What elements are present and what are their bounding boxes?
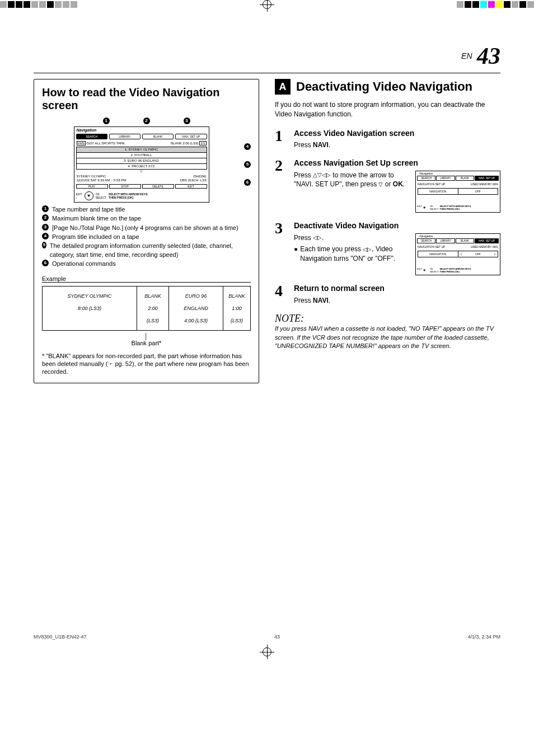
cmd-play: PLAY <box>76 184 108 189</box>
tape-c2b: 2:00 <box>139 302 166 314</box>
detail-dur: (5H22M) <box>180 175 207 179</box>
left-column: How to read the Video Navigation screen … <box>34 79 259 383</box>
detail-date: 12/21/02 SAT 6:30 AM – 5:53 PM <box>77 179 127 182</box>
job-footer: MV8300_U1B-EN42-47 43 4/1/3, 2:34 PM <box>0 630 534 644</box>
legend-4: Program title included on a tape <box>52 233 139 241</box>
small-bar-left: NAVIGATION SET UP <box>418 182 445 186</box>
section-heading-row: A Deactivating Video Navigation <box>275 79 500 95</box>
step-1: 1 Access Video Navigation screen Press N… <box>275 128 500 150</box>
section-heading: Deactivating Video Navigation <box>296 79 472 94</box>
step-1-body-c: . <box>329 141 330 149</box>
list-item: 1: SYDNEY OLYMPIC <box>77 147 207 153</box>
legend-6: Operational commands <box>52 260 116 268</box>
intro-text: If you do not want to store program info… <box>275 100 500 119</box>
example-label: Example <box>42 275 251 283</box>
pager: 1/1 <box>199 141 206 145</box>
step-3-bullet: Each time you press ◁▷, Video Navigation… <box>300 245 411 264</box>
callout-3: 3 <box>184 118 190 124</box>
page-en-label: EN <box>461 51 472 60</box>
step-3-title: Deactivate Video Navigation <box>294 220 500 232</box>
callout-6: 6 <box>244 179 251 186</box>
footer-select: SELECT <box>96 196 106 199</box>
nav-footer: EXIT ↓ ◉ OK SELECT SELECT WITH ARROW KEY… <box>74 190 209 202</box>
tape-c3b: ENGLAND <box>171 302 221 314</box>
small-nav-screen-3: ☞Navigation SEARCH LIBRARY BLANK NAVI. S… <box>415 233 500 275</box>
tape-title: ALL SPORTS TAPE <box>95 142 124 145</box>
step-4-title: Return to normal screen <box>294 283 500 294</box>
step-1-title: Access Video Navigation screen <box>294 128 500 139</box>
detail-title: SYDNEY OLYMPIC <box>77 175 127 179</box>
job-filename: MV8300_U1B-EN42-47 <box>34 634 87 640</box>
list-item: 2: FOOTBALL <box>77 153 207 158</box>
bottom-registration <box>0 644 534 662</box>
legend-5: The detailed program information current… <box>50 242 251 259</box>
callout-5: 5 <box>244 161 251 168</box>
step-1-body-a: Press <box>294 141 313 149</box>
tape-c4a: BLANK <box>226 290 248 302</box>
page-number: 43 <box>477 43 500 69</box>
left-swatches <box>0 1 77 8</box>
tape-id: 0107 <box>87 142 94 145</box>
cmd-stop: STOP <box>109 184 141 189</box>
badge-a: A <box>275 79 291 95</box>
tape-c3c: 4:00 (LS3) <box>171 314 221 327</box>
note-title: NOTE: <box>275 313 500 325</box>
callout-1: 1 <box>103 118 110 124</box>
nav-tape-row: VHS 0107 ALL SPORTS TAPE BLANK 2:00 (LS3… <box>74 141 209 146</box>
howto-title: How to read the Video Navigation screen <box>42 86 251 112</box>
footnote: * "BLANK" appears for non-recorded part,… <box>42 352 251 376</box>
page-content: EN 43 How to read the Video Navigation s… <box>0 20 534 406</box>
job-timestamp: 4/1/3, 2:34 PM <box>467 634 500 640</box>
callout-2: 2 <box>143 118 150 124</box>
legend: 1Tape number and tape title 2Maximum bla… <box>42 203 251 269</box>
step-num-1: 1 <box>275 128 288 144</box>
legend-1: Tape number and tape title <box>52 205 125 214</box>
step-num-4: 4 <box>275 283 288 299</box>
small-row-label: NAVIGATION <box>418 189 458 194</box>
blank-part-label: Blank part* <box>132 340 162 346</box>
footer-hint1: SELECT WITH ARROW KEYS <box>109 192 148 196</box>
step-3: 3 Deactivate Video Navigation Press ◁▷. … <box>275 220 500 275</box>
note-body: If you press NAVI when a cassette is not… <box>275 325 500 350</box>
tab-navisetup: NAVI. SET UP <box>175 134 207 139</box>
callout-top-row: 1 2 3 <box>42 118 251 124</box>
cmd-edit: EDIT <box>175 184 207 189</box>
step-4-body-b: NAVI <box>313 297 329 304</box>
callout-4: 4 <box>244 143 251 150</box>
step-num-3: 3 <box>275 220 288 236</box>
step-4-body-c: . <box>329 297 330 304</box>
nav-brand: Navigation <box>77 128 97 132</box>
footer-exit: EXIT <box>76 192 82 196</box>
tape-c4c: (LS3) <box>226 314 248 327</box>
blank-info: BLANK 2:00 (LS3) <box>171 142 198 145</box>
legend-3: [Page No./Total Page No.] (only 4 progra… <box>52 224 238 232</box>
step-4-body-a: Press <box>294 297 313 304</box>
nav-screen-diagram: Navigation SEARCH LIBRARY BLANK NAVI. SE… <box>74 126 209 203</box>
list-item: 4: PROJECT XYZ <box>77 164 207 169</box>
jog-icon: ◉ <box>85 191 93 200</box>
right-swatches <box>457 1 534 8</box>
tab-library: LIBRARY <box>109 134 140 139</box>
step-1-body-b: NAVI <box>313 141 329 149</box>
step-2-title: Access Navigation Set Up screen <box>294 158 500 169</box>
tape-c2c: (LS3) <box>139 314 166 327</box>
tape-c4b: 1:00 <box>226 302 248 314</box>
tape-c1a: SYDNEY OLYMPIC <box>45 290 134 302</box>
cmd-delete: DELETE <box>142 184 174 189</box>
small-nav-screen-2: ☞Navigation SEARCH LIBRARY BLANK NAVI. S… <box>415 171 500 213</box>
detail-ch: DBS 216CH <box>180 179 199 182</box>
tape-diagram: SYDNEY OLYMPIC 8:00 (LS3) BLANK 2:00 (LS… <box>42 286 251 331</box>
detail-speed: LS3 <box>200 179 207 182</box>
tab-search: SEARCH <box>76 134 107 139</box>
small-bar-right: USED MEMORY 66% <box>471 182 498 186</box>
tab-blank: BLANK <box>142 134 174 139</box>
nav-cmds: PLAY STOP DELETE EDIT <box>74 183 209 190</box>
tape-c1b: 8:00 (LS3) <box>45 302 134 314</box>
nav-tabs: SEARCH LIBRARY BLANK NAVI. SET UP <box>74 134 209 141</box>
step-num-2: 2 <box>275 158 288 173</box>
top-registration-bar <box>0 0 534 9</box>
step-2-body: Press △▽◁▷ to move the arrow to "NAVI. S… <box>294 171 405 189</box>
tape-c2a: BLANK <box>139 290 166 302</box>
footer-hint2: THEN PRESS [OK] <box>109 196 148 199</box>
legend-2: Maximum blank time on the tape <box>52 214 141 223</box>
